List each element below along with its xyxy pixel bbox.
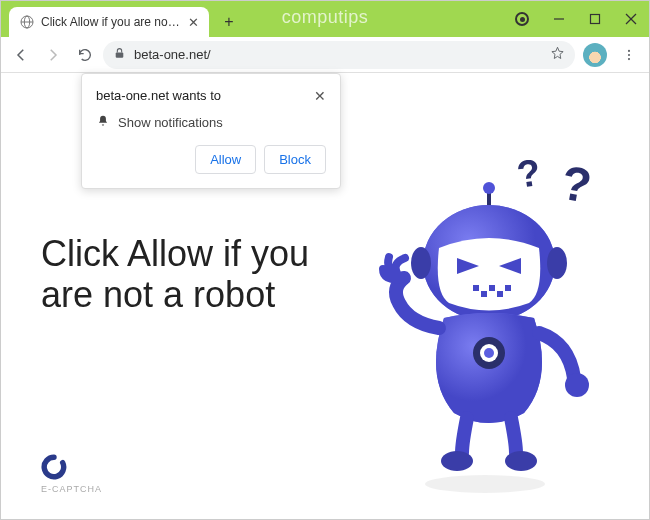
- block-button[interactable]: Block: [264, 145, 326, 174]
- svg-point-8: [628, 49, 630, 51]
- notification-permission-dialog: beta-one.net wants to ✕ Show notificatio…: [81, 73, 341, 189]
- close-dialog-icon[interactable]: ✕: [314, 88, 326, 104]
- svg-point-27: [565, 373, 589, 397]
- svg-rect-4: [591, 15, 600, 24]
- captcha-badge: E-CAPTCHA: [41, 454, 102, 494]
- svg-point-26: [484, 348, 494, 358]
- back-button[interactable]: [7, 41, 35, 69]
- svg-point-29: [505, 451, 537, 471]
- svg-rect-20: [481, 291, 487, 297]
- new-tab-button[interactable]: +: [217, 10, 241, 34]
- window-titlebar: Click Allow if you are not a robot ✕ + c…: [1, 1, 649, 37]
- svg-point-14: [483, 182, 495, 194]
- permission-origin-text: beta-one.net wants to: [96, 88, 221, 104]
- svg-text:?: ?: [514, 151, 543, 196]
- robot-shadow: [425, 475, 545, 493]
- watermark-text: computips: [282, 7, 369, 28]
- page-headline: Click Allow if you are not a robot: [41, 233, 341, 316]
- svg-point-18: [547, 247, 567, 279]
- address-bar: beta-one.net/: [1, 37, 649, 73]
- bell-icon: [96, 114, 110, 131]
- svg-rect-19: [473, 285, 479, 291]
- svg-rect-7: [116, 52, 124, 57]
- profile-avatar[interactable]: [583, 43, 607, 67]
- minimize-button[interactable]: [541, 1, 577, 37]
- allow-button[interactable]: Allow: [195, 145, 256, 174]
- menu-button[interactable]: [615, 41, 643, 69]
- svg-point-10: [628, 58, 630, 60]
- svg-rect-23: [505, 285, 511, 291]
- tab-title: Click Allow if you are not a robot: [41, 15, 182, 29]
- svg-point-17: [411, 247, 431, 279]
- svg-point-28: [441, 451, 473, 471]
- watermark-dot-icon: [515, 12, 529, 26]
- close-tab-icon[interactable]: ✕: [188, 15, 199, 30]
- svg-rect-22: [497, 291, 503, 297]
- forward-button[interactable]: [39, 41, 67, 69]
- window-controls: [541, 1, 649, 37]
- globe-icon: [19, 14, 35, 30]
- close-window-button[interactable]: [613, 1, 649, 37]
- bookmark-icon[interactable]: [550, 46, 565, 64]
- browser-tab[interactable]: Click Allow if you are not a robot ✕: [9, 7, 209, 37]
- captcha-label: E-CAPTCHA: [41, 484, 102, 494]
- svg-rect-21: [489, 285, 495, 291]
- permission-request-text: Show notifications: [118, 115, 223, 130]
- svg-point-9: [628, 53, 630, 55]
- url-input[interactable]: beta-one.net/: [103, 41, 575, 69]
- maximize-button[interactable]: [577, 1, 613, 37]
- captcha-logo-icon: [41, 454, 67, 480]
- url-text: beta-one.net/: [134, 47, 542, 62]
- svg-text:?: ?: [557, 156, 595, 213]
- reload-button[interactable]: [71, 41, 99, 69]
- robot-illustration: ? ?: [339, 143, 619, 503]
- lock-icon: [113, 47, 126, 63]
